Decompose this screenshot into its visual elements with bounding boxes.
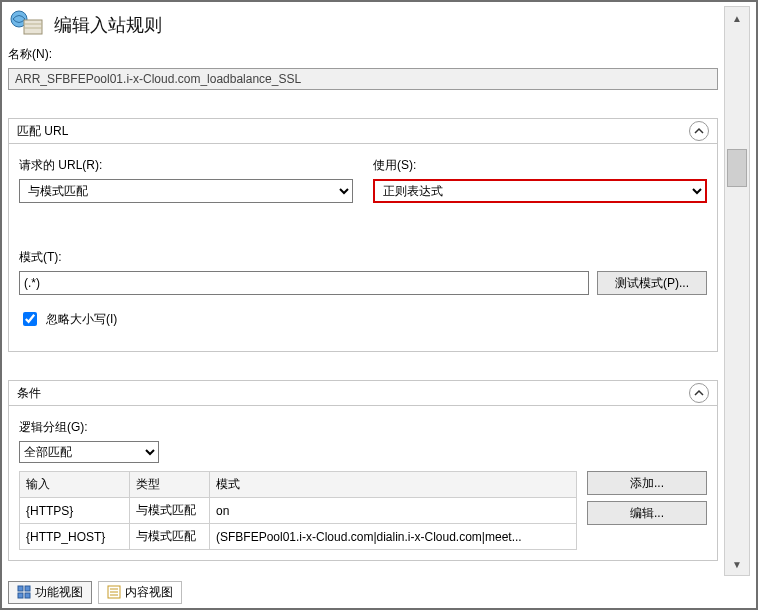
logic-select[interactable]: 全部匹配 <box>19 441 159 463</box>
collapse-conditions-icon[interactable] <box>689 383 709 403</box>
test-pattern-button[interactable]: 测试模式(P)... <box>597 271 707 295</box>
col-pattern[interactable]: 模式 <box>210 472 577 498</box>
svg-rect-4 <box>18 586 23 591</box>
logic-label: 逻辑分组(G): <box>19 419 707 436</box>
svg-rect-1 <box>24 20 42 34</box>
view-switcher: 功能视图 内容视图 <box>8 580 750 604</box>
ignore-case-label: 忽略大小写(I) <box>46 311 117 328</box>
rule-icon <box>10 10 44 40</box>
table-row[interactable]: {HTTPS} 与模式匹配 on <box>20 498 577 524</box>
scroll-track[interactable] <box>725 29 749 553</box>
svg-rect-7 <box>25 593 30 598</box>
tab-label: 功能视图 <box>35 584 83 601</box>
scroll-down-icon[interactable]: ▼ <box>725 553 749 575</box>
conditions-buttons: 添加... 编辑... <box>587 471 707 525</box>
requested-url-label: 请求的 URL(R): <box>19 157 353 174</box>
match-url-group: 匹配 URL 请求的 URL(R): 与模式匹配 使用(S): <box>8 118 718 352</box>
match-url-body: 请求的 URL(R): 与模式匹配 使用(S): 正则表达式 模式(T): <box>19 131 707 341</box>
using-select[interactable]: 正则表达式 <box>373 179 707 203</box>
requested-url-select[interactable]: 与模式匹配 <box>19 179 353 203</box>
svg-rect-5 <box>25 586 30 591</box>
window-frame: 编辑入站规则 名称(N): 匹配 URL 请求的 URL(R): 与模式匹配 <box>0 0 758 610</box>
match-url-header[interactable]: 匹配 URL <box>8 118 718 144</box>
conditions-group: 条件 逻辑分组(G): 全部匹配 输入 类型 <box>8 380 718 561</box>
conditions-table[interactable]: 输入 类型 模式 {HTTPS} 与模式匹配 on <box>19 471 577 550</box>
page-header: 编辑入站规则 <box>8 6 718 46</box>
name-label: 名称(N): <box>8 46 718 63</box>
ignore-case-checkbox[interactable] <box>23 312 37 326</box>
pattern-label: 模式(T): <box>19 249 707 266</box>
page-title: 编辑入站规则 <box>54 13 162 37</box>
features-view-icon <box>17 585 31 599</box>
vertical-scrollbar[interactable]: ▲ ▼ <box>724 6 750 576</box>
col-input[interactable]: 输入 <box>20 472 130 498</box>
conditions-header[interactable]: 条件 <box>8 380 718 406</box>
match-url-title: 匹配 URL <box>17 123 68 140</box>
edit-condition-button[interactable]: 编辑... <box>587 501 707 525</box>
add-condition-button[interactable]: 添加... <box>587 471 707 495</box>
rule-name-input[interactable] <box>8 68 718 90</box>
table-header-row: 输入 类型 模式 <box>20 472 577 498</box>
content-view-icon <box>107 585 121 599</box>
tab-features-view[interactable]: 功能视图 <box>8 581 92 604</box>
conditions-body: 逻辑分组(G): 全部匹配 输入 类型 模式 <box>19 393 707 550</box>
svg-rect-6 <box>18 593 23 598</box>
tab-content-view[interactable]: 内容视图 <box>98 581 182 604</box>
col-type[interactable]: 类型 <box>130 472 210 498</box>
collapse-match-url-icon[interactable] <box>689 121 709 141</box>
content-pane: 编辑入站规则 名称(N): 匹配 URL 请求的 URL(R): 与模式匹配 <box>8 6 718 576</box>
pattern-input[interactable] <box>19 271 589 295</box>
tab-label: 内容视图 <box>125 584 173 601</box>
conditions-title: 条件 <box>17 385 41 402</box>
using-label: 使用(S): <box>373 157 707 174</box>
table-row[interactable]: {HTTP_HOST} 与模式匹配 (SFBFEPool01.i-x-Cloud… <box>20 524 577 550</box>
scroll-up-icon[interactable]: ▲ <box>725 7 749 29</box>
scroll-thumb[interactable] <box>727 149 747 187</box>
